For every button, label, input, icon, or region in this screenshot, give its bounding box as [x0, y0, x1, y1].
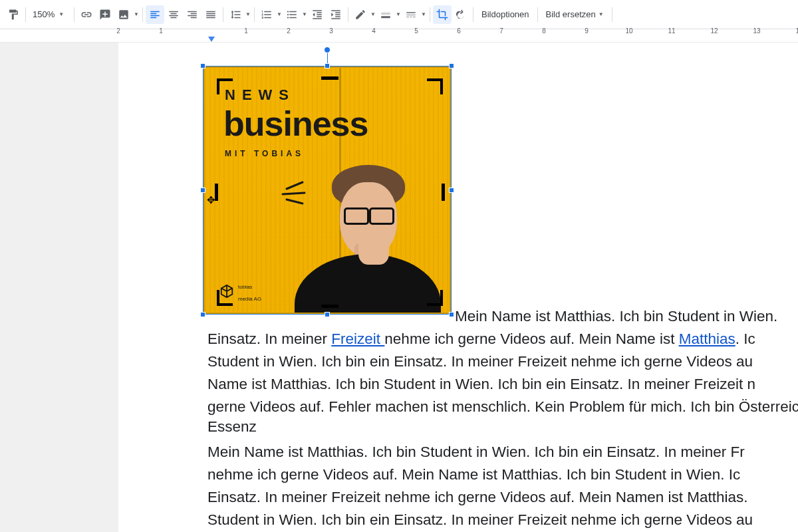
resize-handle-mr[interactable] [449, 188, 454, 193]
insert-image-menu[interactable]: ▼ [133, 11, 140, 17]
paint-format-button[interactable] [4, 5, 23, 24]
line-spacing-button[interactable] [226, 5, 245, 24]
insert-link-button[interactable] [77, 5, 96, 24]
align-left-button[interactable] [146, 5, 164, 24]
document-canvas: NEWS business MIT TOBIAS tobiasmedia AG [0, 43, 798, 532]
bulleted-list-button[interactable] [283, 5, 301, 24]
resize-handle-tl[interactable] [200, 63, 205, 68]
zoom-select[interactable]: 150%▼ [29, 9, 71, 19]
crop-image-button[interactable] [433, 5, 452, 24]
rotate-handle[interactable] [324, 47, 331, 53]
resize-handle-bl[interactable] [200, 312, 205, 317]
reset-image-button[interactable] [452, 5, 470, 24]
image-text-subtitle: MIT TOBIAS [225, 149, 304, 158]
align-justify-button[interactable] [201, 5, 220, 24]
link-freizeit[interactable]: Freizeit [331, 331, 384, 347]
bulleted-list-menu[interactable]: ▼ [301, 11, 308, 17]
numbered-list-button[interactable] [257, 5, 276, 24]
move-cursor-icon: ✥ [207, 194, 215, 206]
increase-indent-button[interactable] [327, 5, 345, 24]
indent-marker[interactable] [208, 37, 215, 42]
image-text-business: business [223, 104, 368, 144]
add-comment-button[interactable] [96, 5, 114, 24]
link-matthias[interactable]: Matthias [679, 331, 735, 347]
line-spacing-menu[interactable]: ▼ [245, 11, 251, 17]
border-weight-button[interactable] [376, 5, 395, 24]
resize-handle-ml[interactable] [200, 188, 205, 193]
replace-image-button[interactable]: Bild ersetzen▼ [541, 5, 609, 24]
align-right-button[interactable] [183, 5, 201, 24]
document-page[interactable]: NEWS business MIT TOBIAS tobiasmedia AG [118, 43, 798, 532]
border-dash-menu[interactable]: ▼ [420, 11, 427, 17]
border-color-button[interactable] [351, 5, 370, 24]
border-color-menu[interactable]: ▼ [370, 11, 376, 17]
resize-handle-tm[interactable] [325, 63, 330, 68]
border-weight-menu[interactable]: ▼ [395, 11, 402, 17]
insert-image-button[interactable] [114, 5, 133, 24]
person-portrait [295, 163, 441, 313]
align-center-button[interactable] [164, 5, 183, 24]
brand-logo: tobiasmedia AG [219, 279, 261, 303]
decrease-indent-button[interactable] [308, 5, 327, 24]
formatting-toolbar: 150%▼ ▼ ▼ ▼ ▼ ▼ ▼ ▼ Bildoptionen Bild [0, 0, 798, 29]
image-options-button[interactable]: Bildoptionen [476, 5, 535, 24]
resize-handle-tr[interactable] [449, 63, 454, 68]
selected-image[interactable]: NEWS business MIT TOBIAS tobiasmedia AG [203, 66, 451, 314]
document-body-text[interactable]: Mein Name ist Matthias. Ich bin Student … [207, 307, 798, 532]
border-dash-button[interactable] [402, 5, 420, 24]
image-text-news: NEWS [225, 86, 295, 104]
podcast-cover-image: NEWS business MIT TOBIAS tobiasmedia AG [203, 66, 451, 314]
numbered-list-menu[interactable]: ▼ [276, 11, 283, 17]
horizontal-ruler[interactable]: 2 1 1 2 3 4 5 6 7 8 9 10 11 12 13 14 [0, 29, 798, 43]
